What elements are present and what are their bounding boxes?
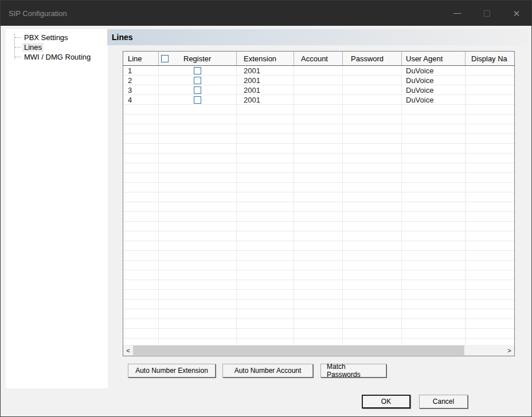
column-header-display_name[interactable]: Display Na	[466, 52, 514, 65]
cell-display_name[interactable]	[466, 85, 514, 95]
cell-empty	[123, 241, 159, 250]
column-header-label: Password	[351, 54, 384, 63]
table-row-empty	[123, 154, 514, 163]
cell-extension[interactable]: 2001	[237, 66, 294, 75]
titlebar: SIP Configuration ✕	[1, 1, 531, 26]
sidebar-item-pbx-settings[interactable]: PBX Settings	[6, 33, 108, 42]
cell-empty	[466, 241, 514, 250]
cell-password[interactable]	[343, 95, 402, 104]
close-button[interactable]: ✕	[502, 1, 531, 26]
scroll-left-arrow[interactable]: <	[123, 345, 133, 356]
table-row-empty	[123, 115, 514, 124]
cell-empty	[466, 144, 514, 153]
column-header-label: Line	[128, 54, 142, 63]
cell-user_agent[interactable]: DuVoice	[402, 66, 466, 75]
cell-empty	[159, 319, 237, 328]
cell-empty	[237, 290, 294, 299]
register-checkbox[interactable]	[194, 96, 201, 104]
register-checkbox[interactable]	[194, 77, 201, 84]
column-header-extension[interactable]: Extension	[237, 52, 294, 65]
cell-extension[interactable]: 2001	[237, 85, 294, 95]
cell-empty	[343, 134, 402, 143]
column-header-line[interactable]: Line	[123, 52, 159, 65]
cell-empty	[159, 300, 237, 309]
column-header-label: Register	[183, 54, 211, 63]
cell-line[interactable]: 3	[123, 85, 159, 95]
select-all-checkbox[interactable]	[161, 55, 169, 62]
table-row-empty	[123, 251, 514, 261]
cell-empty	[123, 261, 159, 270]
table-row-empty	[123, 270, 514, 280]
scroll-right-arrow[interactable]: >	[504, 345, 514, 356]
cell-empty	[294, 339, 343, 345]
column-header-account[interactable]: Account	[294, 52, 343, 65]
cell-empty	[466, 202, 514, 211]
cell-register[interactable]	[159, 95, 237, 104]
cell-empty	[237, 202, 294, 211]
cell-empty	[294, 290, 343, 299]
cell-empty	[294, 251, 343, 260]
register-checkbox[interactable]	[194, 67, 201, 74]
table-row-empty	[123, 124, 514, 134]
auto-number-extension-button[interactable]: Auto Number Extension	[128, 364, 216, 377]
cell-empty	[343, 192, 402, 202]
cell-account[interactable]	[294, 66, 343, 75]
auto-number-account-button[interactable]: Auto Number Account	[222, 364, 313, 377]
register-checkbox[interactable]	[194, 86, 201, 94]
cell-empty	[294, 329, 343, 338]
cell-value: DuVoice	[406, 76, 433, 85]
cell-extension[interactable]: 2001	[237, 95, 294, 104]
cell-empty	[237, 124, 294, 133]
ok-button[interactable]: OK	[362, 395, 410, 408]
scrollbar-thumb[interactable]	[133, 345, 464, 355]
cell-password[interactable]	[343, 66, 402, 75]
column-header-register[interactable]: Register	[159, 52, 237, 65]
column-header-user_agent[interactable]: User Agent	[402, 52, 466, 65]
cell-register[interactable]	[159, 85, 237, 95]
cell-line[interactable]: 4	[123, 95, 159, 104]
cell-empty	[402, 192, 466, 202]
cell-empty	[343, 202, 402, 211]
cell-empty	[159, 163, 237, 172]
cell-empty	[159, 183, 237, 192]
minimize-button[interactable]	[442, 1, 472, 26]
cell-empty	[466, 222, 514, 231]
cell-account[interactable]	[294, 95, 343, 104]
cell-user_agent[interactable]: DuVoice	[402, 95, 466, 104]
cell-empty	[237, 251, 294, 260]
cell-empty	[402, 134, 466, 143]
cell-register[interactable]	[159, 66, 237, 75]
cell-empty	[237, 319, 294, 328]
column-header-password[interactable]: Password	[343, 52, 402, 65]
tree-branch-icon	[15, 47, 21, 48]
cell-empty	[159, 280, 237, 289]
cell-empty	[402, 261, 466, 270]
sidebar-item-mwi-dmg-routing[interactable]: MWI / DMG Routing	[6, 52, 108, 62]
sidebar-item-lines[interactable]: Lines	[6, 42, 108, 52]
match-passwords-button[interactable]: Match Passwords	[320, 364, 386, 377]
cell-user_agent[interactable]: DuVoice	[402, 76, 466, 85]
column-header-label: Extension	[244, 54, 276, 63]
horizontal-scrollbar[interactable]: < >	[123, 345, 514, 356]
maximize-button[interactable]	[472, 1, 502, 26]
cell-display_name[interactable]	[466, 95, 514, 104]
cell-extension[interactable]: 2001	[237, 76, 294, 85]
cell-display_name[interactable]	[466, 76, 514, 85]
cancel-button[interactable]: Cancel	[419, 395, 468, 408]
cell-line[interactable]: 1	[123, 66, 159, 75]
cell-register[interactable]	[159, 76, 237, 85]
cell-display_name[interactable]	[466, 66, 514, 75]
cell-empty	[159, 290, 237, 299]
table-row-empty	[123, 105, 514, 115]
cell-line[interactable]: 2	[123, 76, 159, 85]
cell-empty	[159, 261, 237, 270]
cell-account[interactable]	[294, 85, 343, 95]
cell-empty	[294, 280, 343, 289]
cell-password[interactable]	[343, 85, 402, 95]
cell-password[interactable]	[343, 76, 402, 85]
cell-empty	[123, 212, 159, 221]
cell-user_agent[interactable]: DuVoice	[402, 85, 466, 95]
cell-account[interactable]	[294, 76, 343, 85]
cell-empty	[237, 241, 294, 250]
cell-empty	[123, 154, 159, 163]
